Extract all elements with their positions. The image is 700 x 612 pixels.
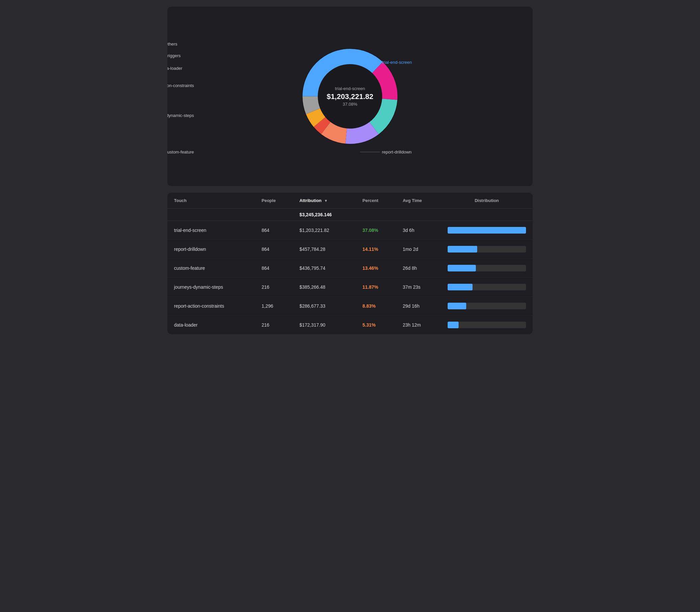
total-value: $3,245,236.146: [300, 212, 332, 217]
col-distribution-label: Distribution: [474, 198, 499, 203]
avg-time-cell: 1mo 2d: [396, 240, 441, 259]
touch-cell: report-action-constraints: [167, 297, 255, 316]
label-data-loader: data-loader: [167, 66, 182, 71]
dist-cell: [441, 259, 533, 278]
percent-value: 37.08%: [362, 227, 378, 233]
label-cf-text: custom-feature: [167, 150, 194, 154]
chart-section: Others triggers data-loader report-actio…: [167, 6, 533, 186]
dist-bar-bg: [448, 284, 526, 290]
percent-cell: 13.46%: [356, 259, 396, 278]
touch-cell: custom-feature: [167, 259, 255, 278]
avg-time-cell: 37m 23s: [396, 278, 441, 297]
dist-bar-fill: [448, 303, 467, 309]
col-attribution-label: Attribution: [300, 198, 322, 203]
label-report-drilldown-text: report-drilldown: [382, 150, 412, 154]
attribution-table: Touch People Attribution ▼ Percent Avg T…: [167, 193, 533, 334]
dist-bar-bg: [448, 246, 526, 252]
col-people-label: People: [262, 198, 276, 203]
label-triggers-text: triggers: [167, 53, 181, 58]
percent-cell: 11.87%: [356, 278, 396, 297]
dist-bar-bg: [448, 227, 526, 234]
percent-value: 13.46%: [362, 265, 378, 271]
attribution-cell: $385,266.48: [293, 278, 356, 297]
dist-bar-bg: [448, 265, 526, 272]
table-row: custom-feature 864 $436,795.74 13.46% 26…: [167, 259, 533, 278]
avg-time-cell: 29d 16h: [396, 297, 441, 316]
attribution-cell: $172,317.90: [293, 316, 356, 335]
table-row: data-loader 216 $172,317.90 5.31% 23h 12…: [167, 316, 533, 335]
label-trial-end-screen-text: trial-end-screen: [382, 60, 412, 65]
total-people-cell: [255, 209, 293, 221]
label-rac: report-action-constraints: [167, 83, 194, 88]
dist-cell: [441, 297, 533, 316]
col-touch: Touch: [167, 193, 255, 209]
total-time-cell: [396, 209, 441, 221]
dist-bar-bg: [448, 322, 526, 328]
dist-bar-fill: [448, 322, 459, 328]
col-avg-time-label: Avg Time: [403, 198, 422, 203]
touch-name: custom-feature: [174, 265, 205, 271]
table-section: Touch People Attribution ▼ Percent Avg T…: [167, 193, 533, 334]
col-touch-label: Touch: [174, 198, 187, 203]
dist-bar-fill: [448, 227, 526, 234]
touch-name: journeys-dynamic-steps: [174, 284, 223, 290]
col-avg-time: Avg Time: [396, 193, 441, 209]
sort-icon: ▼: [324, 199, 328, 203]
attribution-cell: $436,795.74: [293, 259, 356, 278]
total-attribution-cell: $3,245,236.146: [293, 209, 356, 221]
touch-cell: journeys-dynamic-steps: [167, 278, 255, 297]
touch-name: report-drilldown: [174, 247, 206, 252]
percent-cell: 37.08%: [356, 221, 396, 240]
main-container: Others triggers data-loader report-actio…: [167, 6, 533, 334]
dist-bar-fill: [448, 246, 477, 252]
dist-cell: [441, 221, 533, 240]
percent-cell: 5.31%: [356, 316, 396, 335]
total-percent-cell: [356, 209, 396, 221]
attribution-cell: $457,784.28: [293, 240, 356, 259]
table-header-row: Touch People Attribution ▼ Percent Avg T…: [167, 193, 533, 209]
touch-cell: trial-end-screen: [167, 221, 255, 240]
people-cell: 216: [255, 316, 293, 335]
dist-bar-fill: [448, 284, 473, 290]
touch-cell: data-loader: [167, 316, 255, 335]
dist-bar-bg: [448, 303, 526, 309]
label-jds-text: journeys-dynamic-steps: [167, 113, 194, 118]
donut-chart: trial-end-screen $1,203,221.82 37.08%: [297, 43, 403, 150]
col-percent-label: Percent: [362, 198, 378, 203]
people-cell: 216: [255, 278, 293, 297]
avg-time-cell: 3d 6h: [396, 221, 441, 240]
label-trial-end-screen: trial-end-screen: [360, 60, 412, 65]
dist-cell: [441, 278, 533, 297]
people-cell: 864: [255, 221, 293, 240]
table-row: report-drilldown 864 $457,784.28 14.11% …: [167, 240, 533, 259]
total-row: $3,245,236.146: [167, 209, 533, 221]
percent-value: 5.31%: [362, 322, 376, 328]
people-cell: 864: [255, 259, 293, 278]
svg-point-9: [318, 65, 382, 128]
attribution-cell: $1,203,221.82: [293, 221, 356, 240]
percent-value: 8.83%: [362, 303, 376, 309]
label-cf: custom-feature: [167, 150, 194, 154]
col-percent: Percent: [356, 193, 396, 209]
percent-cell: 14.11%: [356, 240, 396, 259]
touch-name: report-action-constraints: [174, 303, 224, 309]
col-attribution[interactable]: Attribution ▼: [293, 193, 356, 209]
label-data-loader-text: data-loader: [167, 66, 182, 71]
touch-name: trial-end-screen: [174, 227, 206, 233]
touch-name: data-loader: [174, 322, 198, 328]
label-others: Others: [167, 42, 177, 46]
label-triggers: triggers: [167, 53, 181, 58]
dist-bar-fill: [448, 265, 476, 272]
table-row: trial-end-screen 864 $1,203,221.82 37.08…: [167, 221, 533, 240]
col-people: People: [255, 193, 293, 209]
table-row: journeys-dynamic-steps 216 $385,266.48 1…: [167, 278, 533, 297]
col-distribution: Distribution: [441, 193, 533, 209]
dist-cell: [441, 240, 533, 259]
attribution-cell: $286,677.33: [293, 297, 356, 316]
table-row: report-action-constraints 1,296 $286,677…: [167, 297, 533, 316]
total-touch-cell: [167, 209, 255, 221]
touch-cell: report-drilldown: [167, 240, 255, 259]
dist-cell: [441, 316, 533, 335]
people-cell: 1,296: [255, 297, 293, 316]
label-others-text: Others: [167, 42, 177, 46]
